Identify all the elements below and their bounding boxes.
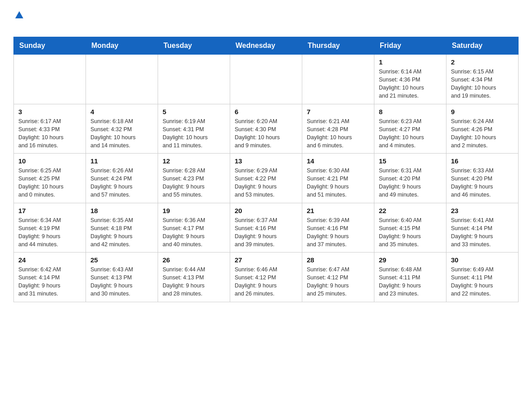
- day-info: Sunrise: 6:34 AM Sunset: 4:19 PM Dayligh…: [18, 216, 81, 249]
- calendar-cell: 24Sunrise: 6:42 AM Sunset: 4:14 PM Dayli…: [14, 253, 86, 302]
- calendar-cell: 25Sunrise: 6:43 AM Sunset: 4:13 PM Dayli…: [86, 253, 158, 302]
- calendar-cell: 15Sunrise: 6:31 AM Sunset: 4:20 PM Dayli…: [374, 154, 446, 203]
- day-info: Sunrise: 6:36 AM Sunset: 4:17 PM Dayligh…: [163, 216, 225, 249]
- day-number: 6: [235, 108, 297, 116]
- calendar-cell: [230, 55, 302, 104]
- day-info: Sunrise: 6:31 AM Sunset: 4:20 PM Dayligh…: [379, 167, 442, 199]
- calendar-cell: 27Sunrise: 6:46 AM Sunset: 4:12 PM Dayli…: [230, 253, 302, 302]
- day-info: Sunrise: 6:29 AM Sunset: 4:22 PM Dayligh…: [235, 167, 297, 199]
- day-number: 21: [307, 207, 369, 214]
- day-info: Sunrise: 6:46 AM Sunset: 4:12 PM Dayligh…: [235, 265, 297, 298]
- day-info: Sunrise: 6:24 AM Sunset: 4:26 PM Dayligh…: [451, 117, 514, 150]
- calendar-cell: [14, 55, 86, 104]
- calendar-cell: 30Sunrise: 6:49 AM Sunset: 4:11 PM Dayli…: [446, 253, 519, 302]
- calendar-cell: 7Sunrise: 6:21 AM Sunset: 4:28 PM Daylig…: [302, 104, 374, 154]
- calendar-cell: 21Sunrise: 6:39 AM Sunset: 4:16 PM Dayli…: [302, 203, 374, 253]
- calendar-day-header: Thursday: [302, 37, 374, 55]
- calendar-cell: 23Sunrise: 6:41 AM Sunset: 4:14 PM Dayli…: [446, 203, 519, 253]
- day-info: Sunrise: 6:28 AM Sunset: 4:23 PM Dayligh…: [163, 167, 225, 199]
- day-info: Sunrise: 6:26 AM Sunset: 4:24 PM Dayligh…: [90, 167, 153, 199]
- day-number: 13: [235, 157, 297, 165]
- day-number: 12: [163, 157, 225, 165]
- day-info: Sunrise: 6:21 AM Sunset: 4:28 PM Dayligh…: [307, 117, 369, 150]
- logo: [13, 11, 23, 32]
- calendar-cell: 17Sunrise: 6:34 AM Sunset: 4:19 PM Dayli…: [14, 203, 86, 253]
- day-info: Sunrise: 6:17 AM Sunset: 4:33 PM Dayligh…: [18, 117, 81, 150]
- calendar-week-row: 1Sunrise: 6:14 AM Sunset: 4:36 PM Daylig…: [14, 55, 519, 104]
- day-number: 19: [163, 207, 225, 214]
- day-info: Sunrise: 6:41 AM Sunset: 4:14 PM Dayligh…: [451, 216, 514, 249]
- calendar-cell: 12Sunrise: 6:28 AM Sunset: 4:23 PM Dayli…: [158, 154, 230, 203]
- calendar-day-header: Saturday: [446, 37, 519, 55]
- calendar-cell: 29Sunrise: 6:48 AM Sunset: 4:11 PM Dayli…: [374, 253, 446, 302]
- day-number: 14: [307, 157, 369, 165]
- calendar-cell: 20Sunrise: 6:37 AM Sunset: 4:16 PM Dayli…: [230, 203, 302, 253]
- day-info: Sunrise: 6:48 AM Sunset: 4:11 PM Dayligh…: [379, 265, 442, 298]
- calendar-cell: [302, 55, 374, 104]
- day-info: Sunrise: 6:40 AM Sunset: 4:15 PM Dayligh…: [379, 216, 442, 249]
- calendar-day-header: Monday: [86, 37, 158, 55]
- day-info: Sunrise: 6:42 AM Sunset: 4:14 PM Dayligh…: [18, 265, 81, 298]
- day-number: 3: [18, 108, 81, 116]
- calendar-cell: 4Sunrise: 6:18 AM Sunset: 4:32 PM Daylig…: [86, 104, 158, 154]
- calendar-cell: 10Sunrise: 6:25 AM Sunset: 4:25 PM Dayli…: [14, 154, 86, 203]
- calendar-cell: 19Sunrise: 6:36 AM Sunset: 4:17 PM Dayli…: [158, 203, 230, 253]
- day-number: 1: [379, 58, 442, 66]
- day-number: 7: [307, 108, 369, 116]
- calendar-day-header: Wednesday: [230, 37, 302, 55]
- calendar-cell: 16Sunrise: 6:33 AM Sunset: 4:20 PM Dayli…: [446, 154, 519, 203]
- day-number: 28: [307, 256, 369, 264]
- calendar-cell: 22Sunrise: 6:40 AM Sunset: 4:15 PM Dayli…: [374, 203, 446, 253]
- calendar-table: SundayMondayTuesdayWednesdayThursdayFrid…: [13, 37, 519, 302]
- day-info: Sunrise: 6:30 AM Sunset: 4:21 PM Dayligh…: [307, 167, 369, 199]
- day-info: Sunrise: 6:15 AM Sunset: 4:34 PM Dayligh…: [451, 68, 514, 100]
- day-number: 20: [235, 207, 297, 214]
- day-number: 30: [451, 256, 514, 264]
- day-info: Sunrise: 6:20 AM Sunset: 4:30 PM Dayligh…: [235, 117, 297, 150]
- calendar-cell: 13Sunrise: 6:29 AM Sunset: 4:22 PM Dayli…: [230, 154, 302, 203]
- day-info: Sunrise: 6:47 AM Sunset: 4:12 PM Dayligh…: [307, 265, 369, 298]
- calendar-cell: 28Sunrise: 6:47 AM Sunset: 4:12 PM Dayli…: [302, 253, 374, 302]
- calendar-week-row: 17Sunrise: 6:34 AM Sunset: 4:19 PM Dayli…: [14, 203, 519, 253]
- calendar-cell: [86, 55, 158, 104]
- day-number: 15: [379, 157, 442, 165]
- day-info: Sunrise: 6:19 AM Sunset: 4:31 PM Dayligh…: [163, 117, 225, 150]
- day-number: 23: [451, 207, 514, 214]
- day-number: 25: [90, 256, 153, 264]
- calendar-day-header: Friday: [374, 37, 446, 55]
- calendar-cell: 2Sunrise: 6:15 AM Sunset: 4:34 PM Daylig…: [446, 55, 519, 104]
- calendar-day-header: Sunday: [14, 37, 86, 55]
- day-info: Sunrise: 6:35 AM Sunset: 4:18 PM Dayligh…: [90, 216, 153, 249]
- day-info: Sunrise: 6:39 AM Sunset: 4:16 PM Dayligh…: [307, 216, 369, 249]
- calendar-week-row: 24Sunrise: 6:42 AM Sunset: 4:14 PM Dayli…: [14, 253, 519, 302]
- day-info: Sunrise: 6:49 AM Sunset: 4:11 PM Dayligh…: [451, 265, 514, 298]
- day-info: Sunrise: 6:14 AM Sunset: 4:36 PM Dayligh…: [379, 68, 442, 100]
- day-number: 18: [90, 207, 153, 214]
- calendar-week-row: 10Sunrise: 6:25 AM Sunset: 4:25 PM Dayli…: [14, 154, 519, 203]
- calendar-cell: 26Sunrise: 6:44 AM Sunset: 4:13 PM Dayli…: [158, 253, 230, 302]
- day-number: 8: [379, 108, 442, 116]
- calendar-cell: 5Sunrise: 6:19 AM Sunset: 4:31 PM Daylig…: [158, 104, 230, 154]
- calendar-cell: 11Sunrise: 6:26 AM Sunset: 4:24 PM Dayli…: [86, 154, 158, 203]
- day-number: 11: [90, 157, 153, 165]
- day-number: 16: [451, 157, 514, 165]
- day-info: Sunrise: 6:33 AM Sunset: 4:20 PM Dayligh…: [451, 167, 514, 199]
- day-number: 22: [379, 207, 442, 214]
- day-number: 2: [451, 58, 514, 66]
- calendar-header-row: SundayMondayTuesdayWednesdayThursdayFrid…: [14, 37, 519, 55]
- day-number: 10: [18, 157, 81, 165]
- calendar-cell: [158, 55, 230, 104]
- day-info: Sunrise: 6:37 AM Sunset: 4:16 PM Dayligh…: [235, 216, 297, 249]
- day-info: Sunrise: 6:44 AM Sunset: 4:13 PM Dayligh…: [163, 265, 225, 298]
- calendar-cell: 3Sunrise: 6:17 AM Sunset: 4:33 PM Daylig…: [14, 104, 86, 154]
- day-info: Sunrise: 6:23 AM Sunset: 4:27 PM Dayligh…: [379, 117, 442, 150]
- day-number: 17: [18, 207, 81, 214]
- day-info: Sunrise: 6:18 AM Sunset: 4:32 PM Dayligh…: [90, 117, 153, 150]
- day-number: 5: [163, 108, 225, 116]
- day-number: 27: [235, 256, 297, 264]
- day-number: 24: [18, 256, 81, 264]
- calendar-cell: 14Sunrise: 6:30 AM Sunset: 4:21 PM Dayli…: [302, 154, 374, 203]
- day-number: 4: [90, 108, 153, 116]
- day-number: 26: [163, 256, 225, 264]
- calendar-cell: 18Sunrise: 6:35 AM Sunset: 4:18 PM Dayli…: [86, 203, 158, 253]
